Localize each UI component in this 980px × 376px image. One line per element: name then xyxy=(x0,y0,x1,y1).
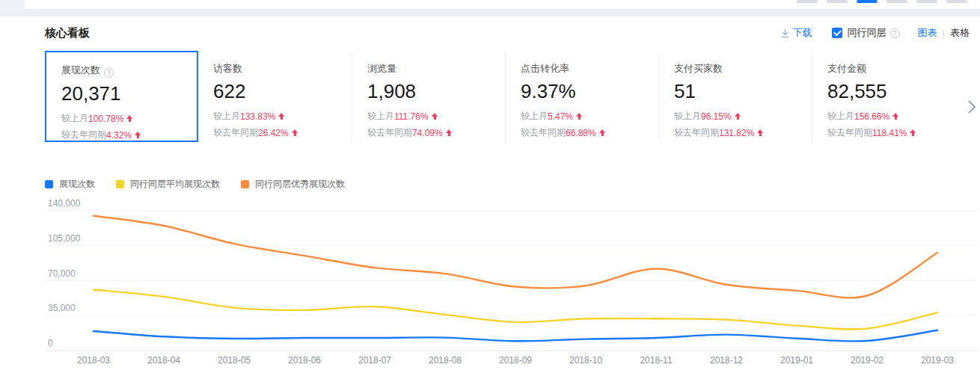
top-left-corner-block xyxy=(0,0,25,9)
view-toggle: 图表 | 表格 xyxy=(918,26,970,40)
up-arrow-icon xyxy=(432,113,438,120)
mom-comparison: 较上月5.47% xyxy=(521,110,658,123)
up-arrow-icon xyxy=(278,113,285,120)
x-tick-label: 2018-11 xyxy=(626,355,686,366)
x-tick-label: 2019-03 xyxy=(907,355,967,366)
peer-comparison-group: 同行同层 xyxy=(832,26,900,40)
series-line[interactable] xyxy=(94,330,937,342)
up-arrow-icon xyxy=(126,115,133,123)
mom-comparison: 较上月156.66% xyxy=(827,110,965,123)
legend-label: 展现次数 xyxy=(59,178,95,191)
mom-comparison: 较上月111.76% xyxy=(367,110,505,123)
x-tick-label: 2018-07 xyxy=(345,355,405,366)
up-arrow-icon xyxy=(735,113,741,120)
help-icon[interactable] xyxy=(890,28,900,38)
download-label: 下载 xyxy=(793,26,812,40)
metric-label: 展现次数 xyxy=(61,64,100,75)
x-tick-label: 2018-03 xyxy=(64,355,123,366)
yoy-comparison: 较去年同期4.32% xyxy=(61,129,197,141)
yoy-comparison: 较去年同期118.41% xyxy=(827,126,965,139)
x-tick-label: 2018-12 xyxy=(696,355,756,366)
yoy-comparison: 较去年同期131.82% xyxy=(674,126,812,139)
metric-label: 支付买家数 xyxy=(674,63,723,74)
pager-bar[interactable] xyxy=(797,0,818,3)
view-table-tab[interactable]: 表格 xyxy=(950,26,970,40)
metric-label: 浏览量 xyxy=(367,63,396,74)
metric-card-conversion-rate[interactable]: 点击转化率 9.37% 较上月5.47% 较去年同期66.88% xyxy=(505,51,658,142)
metric-label: 访客数 xyxy=(213,63,242,74)
metric-card-impressions[interactable]: 展现次数 20,371 较上月100.78% 较去年同期4.32% xyxy=(45,51,198,142)
pager-bar[interactable] xyxy=(916,0,937,3)
pager-bar-active[interactable] xyxy=(857,0,878,3)
legend-item[interactable]: 展现次数 xyxy=(45,178,95,191)
download-button[interactable]: 下载 xyxy=(780,26,812,40)
legend-label: 同行同层平均展现次数 xyxy=(130,178,220,191)
pager-bar[interactable] xyxy=(886,0,907,3)
x-tick-label: 2018-09 xyxy=(486,355,545,366)
legend-label: 同行同层优秀展现次数 xyxy=(255,178,345,191)
x-tick-label: 2019-01 xyxy=(767,355,827,366)
x-tick-label: 2019-02 xyxy=(837,355,897,366)
x-tick-label: 2018-05 xyxy=(204,355,264,366)
up-arrow-icon xyxy=(757,129,764,137)
metric-value: 20,371 xyxy=(61,82,197,105)
help-icon[interactable] xyxy=(104,68,114,78)
metric-value: 9.37% xyxy=(521,80,658,103)
pager-bar[interactable] xyxy=(946,0,967,3)
mom-comparison: 较上月133.83% xyxy=(213,110,352,123)
page-title: 核心看板 xyxy=(45,26,90,40)
metric-card-paying-buyers[interactable]: 支付买家数 51 较上月96.15% 较去年同期131.82% xyxy=(658,51,812,142)
up-arrow-icon xyxy=(135,132,141,139)
metric-label: 点击转化率 xyxy=(521,63,569,74)
chart-legend: 展现次数同行同层平均展现次数同行同层优秀展现次数 xyxy=(45,178,366,191)
core-dashboard-panel: 核心看板 下载 同行同层 图表 | 表格 展现次数 20,371 较上月100.… xyxy=(0,16,980,376)
legend-swatch-icon xyxy=(241,180,249,188)
up-arrow-icon xyxy=(576,113,583,120)
x-tick-label: 2018-08 xyxy=(415,355,475,366)
x-tick-label: 2018-06 xyxy=(275,355,334,366)
legend-swatch-icon xyxy=(116,180,124,188)
next-cards-chevron-icon[interactable] xyxy=(967,99,977,115)
up-arrow-icon xyxy=(446,129,453,137)
up-arrow-icon xyxy=(892,113,899,120)
peer-comparison-label: 同行同层 xyxy=(848,26,886,40)
yoy-comparison: 较去年同期66.88% xyxy=(521,126,658,139)
metric-value: 82,555 xyxy=(827,80,965,103)
metric-value: 51 xyxy=(674,80,812,103)
metric-cards-row: 展现次数 20,371 较上月100.78% 较去年同期4.32% 访客数 62… xyxy=(45,51,965,142)
up-arrow-icon xyxy=(599,129,606,137)
x-tick-label: 2018-10 xyxy=(556,355,616,366)
metric-label: 支付金额 xyxy=(827,63,866,74)
metric-value: 622 xyxy=(213,80,352,103)
page-background-band xyxy=(0,9,980,16)
up-arrow-icon xyxy=(292,129,298,137)
download-icon xyxy=(780,28,790,38)
yoy-comparison: 较去年同期26.42% xyxy=(213,126,352,139)
impressions-trend-chart[interactable]: 035,00070,000105,000140,0002018-032018-0… xyxy=(0,199,980,376)
metric-card-payment-amount[interactable]: 支付金额 82,555 较上月156.66% 较去年同期118.41% xyxy=(812,51,965,142)
toolbar: 下载 同行同层 图表 | 表格 xyxy=(780,26,970,40)
series-line[interactable] xyxy=(94,290,937,330)
peer-comparison-checkbox[interactable] xyxy=(832,28,842,38)
view-chart-tab[interactable]: 图表 xyxy=(918,26,937,40)
mom-comparison: 较上月100.78% xyxy=(61,112,197,125)
legend-item[interactable]: 同行同层平均展现次数 xyxy=(116,178,220,191)
metric-card-visitors[interactable]: 访客数 622 较上月133.83% 较去年同期26.42% xyxy=(198,51,352,142)
trend-lines-svg xyxy=(0,199,980,376)
legend-item[interactable]: 同行同层优秀展现次数 xyxy=(241,178,345,191)
view-toggle-divider: | xyxy=(943,28,945,39)
mom-comparison: 较上月96.15% xyxy=(674,110,812,123)
metric-value: 1,908 xyxy=(367,80,505,103)
series-line[interactable] xyxy=(94,216,937,298)
yoy-comparison: 较去年同期74.09% xyxy=(367,126,505,139)
legend-swatch-icon xyxy=(45,180,53,188)
up-arrow-icon xyxy=(910,129,916,137)
pager-bar[interactable] xyxy=(827,0,848,3)
x-tick-label: 2018-04 xyxy=(134,355,194,366)
metric-card-pageviews[interactable]: 浏览量 1,908 较上月111.76% 较去年同期74.09% xyxy=(352,51,505,142)
